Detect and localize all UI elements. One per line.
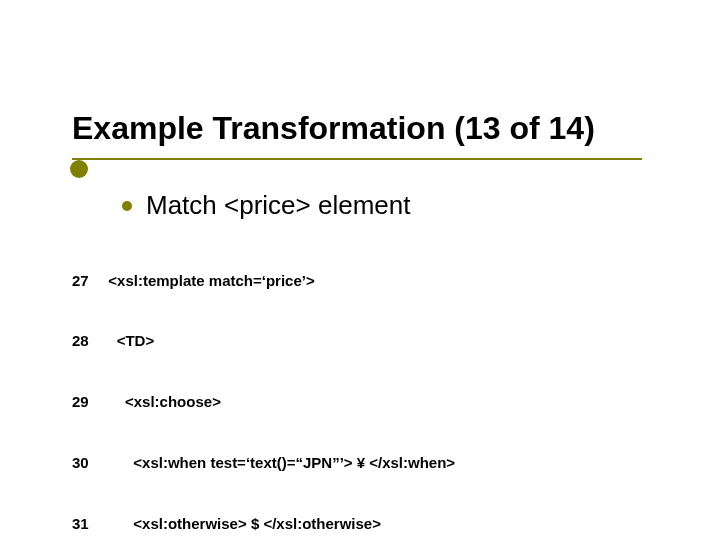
line-number: 30: [72, 453, 100, 473]
accent-circle-icon: [70, 160, 88, 178]
bullet-text: Match <price> element: [146, 190, 410, 221]
bullet-icon: [122, 201, 132, 211]
line-content: <TD>: [100, 331, 154, 351]
title-underline: [72, 158, 642, 160]
code-line: 27 <xsl:template match=‘price’>: [72, 271, 455, 291]
code-line: 31 <xsl:otherwise> $ </xsl:otherwise>: [72, 514, 455, 534]
line-content: <xsl:when test=‘text()=“JPN”’> ¥ </xsl:w…: [100, 453, 455, 473]
code-line: 28 <TD>: [72, 331, 455, 351]
line-number: 29: [72, 392, 100, 412]
slide-title: Example Transformation (13 of 14): [72, 110, 680, 147]
code-line: 30 <xsl:when test=‘text()=“JPN”’> ¥ </xs…: [72, 453, 455, 473]
bullet-row: Match <price> element: [122, 190, 410, 221]
code-line: 29 <xsl:choose>: [72, 392, 455, 412]
code-block: 27 <xsl:template match=‘price’> 28 <TD> …: [72, 230, 455, 540]
line-content: <xsl:otherwise> $ </xsl:otherwise>: [100, 514, 381, 534]
line-number: 31: [72, 514, 100, 534]
line-content: <xsl:template match=‘price’>: [100, 271, 315, 291]
slide: Example Transformation (13 of 14) Match …: [0, 0, 720, 540]
line-number: 27: [72, 271, 100, 291]
line-number: 28: [72, 331, 100, 351]
line-content: <xsl:choose>: [100, 392, 221, 412]
